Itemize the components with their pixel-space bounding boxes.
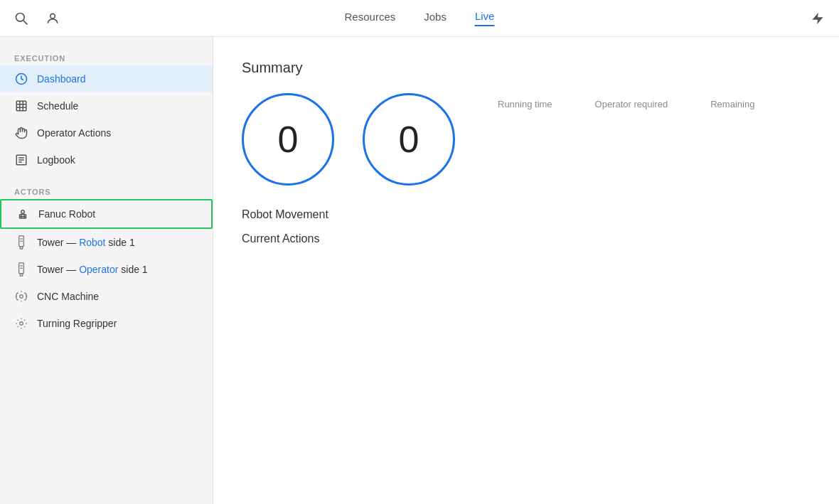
svg-point-0 [16,13,25,21]
robot-icon [16,207,30,221]
turning-regripper-label: Turning Regripper [37,318,117,329]
robot-movement-title: Robot Movement [242,208,811,221]
stats-row: Running time Operator required Remaining [498,93,754,109]
logbook-label: Logbook [37,154,75,166]
stat-running-time: Running time [498,99,552,109]
sidebar-item-schedule[interactable]: Schedule [0,92,213,119]
svg-rect-20 [20,247,22,249]
tower-robot-icon [14,235,28,250]
svg-point-2 [50,14,55,18]
svg-line-1 [23,20,27,23]
fanuc-robot-label: Fanuc Robot [38,208,95,220]
sidebar-item-cnc-machine[interactable]: CNC Machine [0,283,213,310]
circle-1: 0 [242,93,334,186]
sidebar-item-tower-robot-side[interactable]: Tower — Robot side 1 [0,229,213,256]
logbook-icon [14,153,28,167]
nav-left [11,9,63,28]
section-label-execution: EXECUTION [0,48,213,65]
circle-1-container: 0 [242,93,334,186]
circle-2: 0 [363,93,455,186]
sidebar: EXECUTION Dashboard Schedule [0,37,213,504]
schedule-label: Schedule [37,100,78,112]
tower-operator-icon [14,262,28,277]
cnc-gear-icon [14,289,28,304]
summary-row: 0 0 Running time Operator required Remai… [242,93,811,186]
svg-marker-3 [813,12,823,24]
svg-rect-5 [16,101,26,111]
nav-center: Resources Jobs Live [345,10,495,26]
svg-point-28 [20,322,23,326]
dashboard-label: Dashboard [37,73,86,85]
svg-point-27 [20,295,23,299]
cnc-machine-label: CNC Machine [37,291,99,302]
content-area: Summary 0 0 Running time Operator requir… [213,37,839,504]
circle-2-container: 0 [363,93,455,186]
stat-remaining: Remaining [710,99,754,109]
user-button[interactable] [43,9,63,28]
nav-right [808,9,828,28]
regripper-gear-icon [14,316,28,331]
svg-rect-24 [20,274,22,276]
sidebar-item-fanuc-robot[interactable]: Fanuc Robot [0,199,213,229]
nav-live[interactable]: Live [475,10,495,26]
lightning-button[interactable] [808,9,828,28]
sidebar-item-tower-operator-side[interactable]: Tower — Operator side 1 [0,256,213,283]
nav-resources[interactable]: Resources [345,11,396,26]
nav-jobs[interactable]: Jobs [424,11,447,26]
tower-operator-side-label: Tower — Operator side 1 [37,264,148,275]
dashboard-icon [14,72,28,86]
tower-robot-side-label: Tower — Robot side 1 [37,237,135,248]
section-label-actors: ACTORS [0,182,213,199]
stat-operator-required: Operator required [595,99,668,109]
top-navigation: Resources Jobs Live [0,0,839,37]
schedule-icon [14,99,28,113]
search-button[interactable] [11,9,31,28]
circles-row: 0 0 [242,93,455,186]
sidebar-item-turning-regripper[interactable]: Turning Regripper [0,310,213,337]
summary-title: Summary [242,60,811,76]
sidebar-item-operator-actions[interactable]: Operator Actions [0,119,213,146]
sidebar-item-dashboard[interactable]: Dashboard [0,65,213,92]
svg-point-14 [21,210,25,214]
hand-icon [14,126,28,140]
main-layout: EXECUTION Dashboard Schedule [0,37,839,504]
sidebar-item-logbook[interactable]: Logbook [0,146,213,173]
current-actions-title: Current Actions [242,232,811,245]
operator-actions-label: Operator Actions [37,127,111,139]
